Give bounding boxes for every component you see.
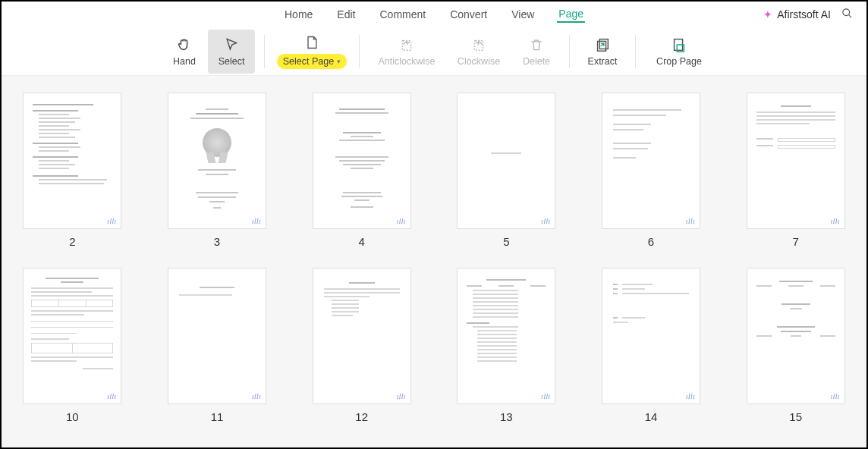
page-number: 10 (66, 410, 79, 423)
svg-line-1 (848, 14, 851, 17)
page-cell: ıllı 12 (309, 268, 414, 423)
crop-page-label: Crop Page (656, 56, 702, 67)
signature-mark: ıllı (252, 391, 261, 400)
ai-button[interactable]: ✦ Afirstsoft AI (763, 8, 831, 20)
page-cell: ıllı 15 (743, 268, 848, 423)
page-number: 14 (645, 410, 658, 423)
page-thumbnail[interactable]: ıllı (747, 268, 845, 404)
rotate-cw-icon (470, 36, 487, 53)
rotate-ccw-icon (398, 36, 415, 53)
select-label: Select (219, 56, 245, 67)
signature-mark: ıllı (830, 216, 839, 225)
signature-mark: ıllı (541, 216, 550, 225)
tab-edit[interactable]: Edit (335, 7, 357, 22)
select-page-tool[interactable]: Select Page ▾ (274, 30, 350, 74)
page-cell: ıllı 7 (743, 93, 848, 248)
crop-icon (671, 36, 687, 53)
hand-icon (176, 36, 193, 53)
page-number: 5 (503, 235, 509, 248)
hand-tool[interactable]: Hand (161, 30, 208, 74)
delete-label: Delete (523, 56, 550, 67)
signature-mark: ıllı (541, 391, 550, 400)
page-number: 11 (211, 410, 224, 423)
separator (569, 35, 570, 68)
page-cell: ıllı 14 (599, 268, 704, 423)
page-number: 3 (214, 235, 220, 248)
hand-label: Hand (173, 56, 196, 67)
page-thumbnails-area: ıllı 2 ıllı 3 (2, 76, 866, 447)
select-tool[interactable]: Select (208, 30, 255, 74)
signature-mark: ıllı (107, 391, 116, 400)
menu-tabs: Home Edit Comment Convert View Page ✦ Af… (2, 2, 866, 27)
sparkle-icon: ✦ (763, 8, 772, 20)
page-cell: ıllı 10 (20, 268, 125, 423)
chevron-down-icon: ▾ (337, 58, 341, 65)
thumbnail-grid: ıllı 2 ıllı 3 (20, 93, 848, 423)
signature-mark: ıllı (107, 216, 116, 225)
page-thumbnail[interactable]: ıllı (313, 93, 411, 229)
page-number: 15 (789, 410, 802, 423)
signature-mark: ıllı (252, 216, 261, 225)
page-cell: ıllı 6 (599, 93, 704, 248)
clockwise-label: Clockwise (458, 56, 500, 67)
page-cell: ıllı 3 (165, 93, 270, 248)
search-icon[interactable] (841, 8, 853, 21)
page-number: 7 (792, 235, 798, 248)
tab-comment[interactable]: Comment (378, 7, 427, 22)
separator (264, 35, 265, 68)
seal-icon (203, 128, 231, 157)
page-icon (303, 34, 320, 51)
page-thumbnail[interactable]: ıllı (168, 93, 266, 229)
page-number: 13 (500, 410, 513, 423)
separator (359, 35, 360, 68)
page-toolbar: Hand Select Select Page ▾ Anticlockwise (2, 27, 866, 76)
tab-home[interactable]: Home (283, 7, 314, 22)
signature-mark: ıllı (396, 216, 405, 225)
extract-label: Extract (588, 56, 618, 67)
extract-icon (594, 36, 611, 53)
tab-page[interactable]: Page (557, 6, 585, 23)
page-cell: ıllı 13 (454, 268, 559, 423)
page-number: 2 (69, 235, 75, 248)
rotate-clockwise-tool[interactable]: Clockwise (445, 30, 513, 74)
page-thumbnail[interactable]: ıllı (747, 93, 845, 229)
signature-mark: ıllı (830, 391, 839, 400)
rotate-anticlockwise-tool[interactable]: Anticlockwise (369, 30, 445, 74)
page-thumbnail[interactable]: ıllı (313, 268, 411, 404)
signature-mark: ıllı (686, 216, 695, 225)
page-thumbnail[interactable]: ıllı (602, 268, 700, 404)
page-thumbnail[interactable]: ıllı (168, 268, 266, 404)
ai-label-text: Afirstsoft AI (777, 8, 831, 20)
page-thumbnail[interactable]: ıllı (23, 268, 121, 404)
tab-view[interactable]: View (510, 7, 536, 22)
page-thumbnail[interactable]: ıllı (457, 268, 555, 404)
delete-tool[interactable]: Delete (513, 30, 560, 74)
page-thumbnail[interactable]: ıllı (457, 93, 555, 229)
page-cell: ıllı 2 (20, 93, 125, 248)
separator (635, 35, 636, 68)
app-window: Home Edit Comment Convert View Page ✦ Af… (0, 0, 868, 449)
page-cell: ıllı 4 (309, 93, 414, 248)
anticlockwise-label: Anticlockwise (378, 56, 435, 67)
page-thumbnail[interactable]: ıllı (602, 93, 700, 229)
crop-page-tool[interactable]: Crop Page (645, 30, 713, 74)
trash-icon (528, 36, 545, 53)
extract-tool[interactable]: Extract (579, 30, 626, 74)
signature-mark: ıllı (686, 391, 695, 400)
signature-mark: ıllı (396, 391, 405, 400)
page-number: 6 (648, 235, 654, 248)
page-cell: ıllı 5 (454, 93, 559, 248)
page-cell: ıllı 11 (165, 268, 270, 423)
tab-convert[interactable]: Convert (448, 7, 489, 22)
page-number: 4 (358, 235, 364, 248)
cursor-icon (223, 36, 240, 53)
svg-point-0 (843, 9, 850, 16)
select-page-label: Select Page (283, 56, 334, 67)
page-number: 12 (355, 410, 368, 423)
page-thumbnail[interactable]: ıllı (23, 93, 121, 229)
